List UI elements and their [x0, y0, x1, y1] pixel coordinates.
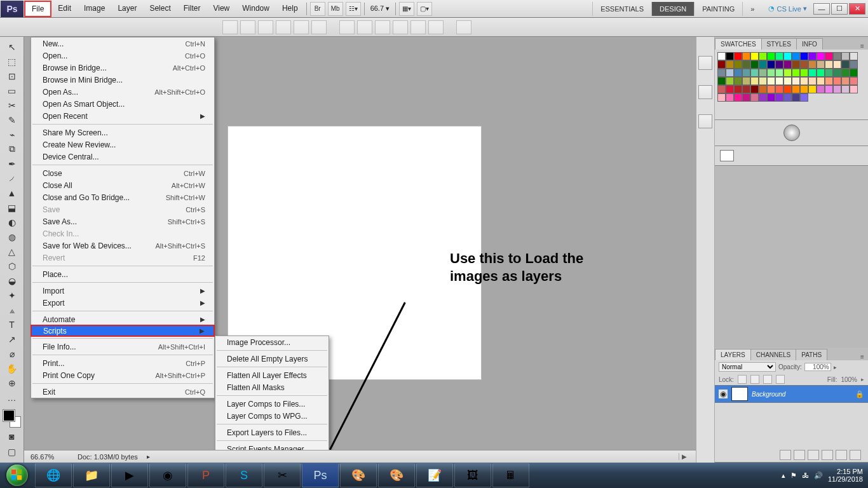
- menu-item-place[interactable]: Place...: [31, 268, 214, 280]
- adjustment-icon[interactable]: [783, 125, 800, 141]
- swatch[interactable]: [841, 69, 850, 77]
- tool-icon[interactable]: ✒: [3, 156, 22, 171]
- swatch[interactable]: [817, 77, 825, 85]
- taskbar-mediaplayer-icon[interactable]: ▶: [111, 463, 148, 487]
- swatch[interactable]: [734, 93, 742, 102]
- foreground-color[interactable]: [3, 410, 15, 421]
- tool-icon[interactable]: ↗: [3, 332, 22, 346]
- swatch[interactable]: [792, 60, 800, 69]
- tab-info[interactable]: INFO: [796, 38, 823, 50]
- menu-item-exit[interactable]: ExitCtrl+Q: [31, 386, 214, 398]
- menu-item-scripts[interactable]: Scripts▶: [31, 325, 215, 337]
- menu-item-browse-in-mini-bridge[interactable]: Browse in Mini Bridge...: [31, 74, 214, 86]
- tool-icon[interactable]: ✎: [3, 112, 22, 127]
- distribute-icon[interactable]: [428, 20, 444, 34]
- tool-icon[interactable]: ⟋: [3, 171, 22, 186]
- tool-icon[interactable]: ⊕: [3, 376, 22, 390]
- tool-icon[interactable]: ◒: [3, 273, 22, 288]
- menu-item-open-recent[interactable]: Open Recent▶: [31, 110, 214, 122]
- swatch[interactable]: [767, 77, 775, 85]
- swatch[interactable]: [850, 52, 858, 60]
- swatch[interactable]: [817, 85, 825, 93]
- layer-mask-icon[interactable]: [808, 450, 819, 460]
- layer-thumbnail[interactable]: [731, 387, 748, 401]
- distribute-icon[interactable]: [393, 20, 408, 34]
- swatch[interactable]: [833, 52, 841, 60]
- swatch[interactable]: [833, 69, 841, 77]
- swatch[interactable]: [734, 85, 742, 93]
- tool-icon[interactable]: ◍: [3, 229, 22, 244]
- swatch[interactable]: [726, 93, 734, 102]
- swatch[interactable]: [817, 52, 825, 60]
- new-group-icon[interactable]: [822, 450, 833, 460]
- menu-item-device-central[interactable]: Device Central...: [31, 151, 214, 163]
- swatch[interactable]: [841, 60, 850, 69]
- swatch[interactable]: [783, 69, 792, 77]
- swatch[interactable]: [850, 69, 858, 77]
- tab-channels[interactable]: CHANNELS: [750, 349, 796, 360]
- menu-item-close[interactable]: CloseCtrl+W: [31, 167, 214, 179]
- swatch[interactable]: [726, 69, 734, 77]
- tool-icon[interactable]: ⬡: [3, 259, 22, 273]
- tool-icon[interactable]: ⌀: [3, 346, 22, 361]
- taskbar-chrome-icon[interactable]: ◉: [149, 463, 186, 487]
- link-layers-icon[interactable]: [780, 450, 791, 460]
- color-swatch-control[interactable]: [3, 409, 22, 428]
- cs-live-button[interactable]: ◔CS Live ▾: [768, 4, 807, 13]
- screen-mode-button[interactable]: ▢▾: [417, 2, 432, 16]
- maximize-button[interactable]: ☐: [831, 3, 848, 15]
- swatch[interactable]: [825, 77, 833, 85]
- swatch[interactable]: [759, 77, 767, 85]
- swatch[interactable]: [792, 85, 800, 93]
- swatch[interactable]: [775, 69, 783, 77]
- menu-item-print[interactable]: Print...Ctrl+P: [31, 357, 214, 369]
- swatch[interactable]: [783, 77, 792, 85]
- align-icon[interactable]: [258, 20, 273, 34]
- blend-mode-select[interactable]: Normal: [719, 362, 776, 372]
- workspace-more[interactable]: »: [742, 2, 762, 16]
- swatch[interactable]: [833, 85, 841, 93]
- swatch[interactable]: [750, 93, 759, 102]
- menu-item-close-and-go-to-bridge[interactable]: Close and Go To Bridge...Shift+Ctrl+W: [31, 191, 214, 203]
- swatch[interactable]: [717, 85, 726, 93]
- swatch[interactable]: [800, 85, 808, 93]
- tray-show-hidden-icon[interactable]: ▴: [782, 471, 785, 480]
- swatch[interactable]: [841, 52, 850, 60]
- swatch[interactable]: [775, 52, 783, 60]
- auto-align-icon[interactable]: [456, 20, 471, 34]
- swatch[interactable]: [783, 60, 792, 69]
- workspace-painting[interactable]: PAINTING: [694, 2, 742, 16]
- tray-network-icon[interactable]: 🖧: [802, 471, 809, 479]
- swatch[interactable]: [767, 69, 775, 77]
- swatch[interactable]: [825, 85, 833, 93]
- workspace-essentials[interactable]: ESSENTIALS: [592, 2, 651, 16]
- swatch[interactable]: [759, 93, 767, 102]
- tool-icon[interactable]: ✦: [3, 288, 22, 302]
- taskbar-skype-icon[interactable]: S: [226, 463, 262, 487]
- swatch[interactable]: [800, 93, 808, 102]
- tray-clock[interactable]: 2:15 PM 11/29/2018: [828, 468, 863, 483]
- swatch[interactable]: [841, 85, 850, 93]
- lock-all-icon[interactable]: [776, 375, 785, 384]
- swatch[interactable]: [808, 60, 817, 69]
- swatch[interactable]: [717, 60, 726, 69]
- taskbar-sticky-icon[interactable]: 📝: [416, 463, 453, 487]
- status-zoom[interactable]: 66.67%: [31, 453, 69, 461]
- taskbar-paint-icon[interactable]: 🎨: [340, 463, 377, 487]
- taskbar-photos-icon[interactable]: 🖼: [454, 463, 491, 487]
- tool-icon[interactable]: ▲: [3, 186, 22, 200]
- arrange-documents-button[interactable]: ▦▾: [399, 2, 414, 16]
- menu-item-browse-in-bridge[interactable]: Browse in Bridge...Alt+Ctrl+O: [31, 62, 214, 74]
- tool-icon[interactable]: ✋: [3, 361, 22, 376]
- swatch[interactable]: [726, 52, 734, 60]
- minibridge-icon[interactable]: [698, 56, 712, 70]
- swatch[interactable]: [825, 69, 833, 77]
- swatch[interactable]: [808, 52, 817, 60]
- tab-swatches[interactable]: SWATCHES: [715, 38, 762, 50]
- menu-item-import[interactable]: Import▶: [31, 285, 214, 297]
- align-icon[interactable]: [311, 20, 327, 34]
- swatch[interactable]: [850, 60, 858, 69]
- swatch[interactable]: [742, 85, 750, 93]
- swatch[interactable]: [726, 77, 734, 85]
- swatch[interactable]: [783, 93, 792, 102]
